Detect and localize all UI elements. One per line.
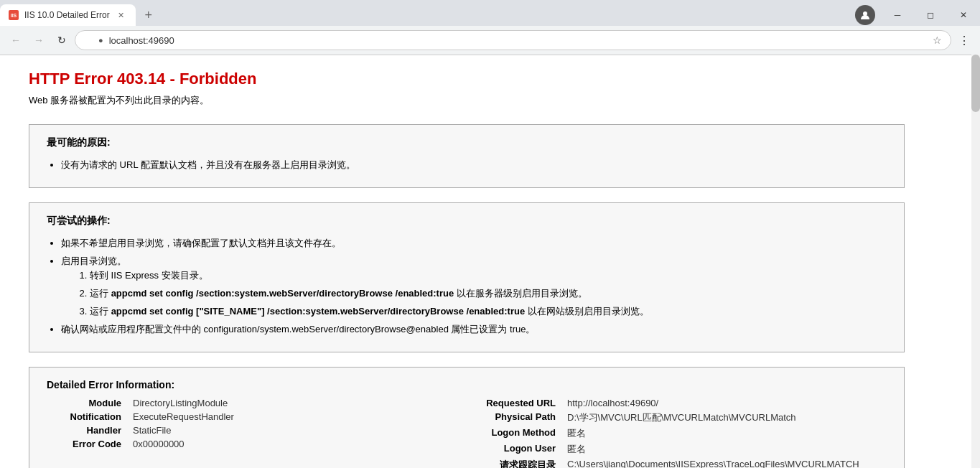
error-title: HTTP Error 403.14 - Forbidden: [29, 70, 905, 88]
toolbar: ← → ↻ ● localhost:49690 ☆ ⋮: [0, 26, 980, 55]
back-button[interactable]: ←: [6, 30, 26, 50]
section2-step-1: 转到 IIS Express 安装目录。: [90, 268, 887, 284]
handler-value: StaticFile: [133, 425, 171, 436]
details-right-col: Requested URL http://localhost:49690/ Ph…: [481, 398, 887, 468]
section-detailed-error: Detailed Error Information: Module Direc…: [29, 367, 905, 468]
scrollbar-thumb[interactable]: [971, 55, 980, 112]
tab-bar: IIS IIS 10.0 Detailed Error ✕ + ─ ◻ ✕: [0, 0, 980, 26]
handler-row: Handler StaticFile: [47, 425, 452, 436]
physical-path-label: Physical Path: [481, 411, 567, 424]
requested-url-label: Requested URL: [481, 398, 567, 408]
section2-last-bullet: 确认网站或应用程序配置文件中的 configuration/system.web…: [61, 322, 887, 337]
url-text: localhost:49690: [109, 35, 174, 46]
scrollbar[interactable]: [971, 55, 980, 468]
logon-method-row: Logon Method 匿名: [481, 427, 887, 440]
requested-url-row: Requested URL http://localhost:49690/: [481, 398, 887, 408]
logon-user-label: Logon User: [481, 443, 567, 456]
error-code-row: Error Code 0x00000000: [47, 439, 452, 449]
new-tab-button[interactable]: +: [139, 5, 159, 25]
trace-log-row: 请求跟踪目录 C:\Users\jiang\Documents\IISExpre…: [481, 459, 887, 468]
section-try-actions: 可尝试的操作: 如果不希望启用目录浏览，请确保配置了默认文档并且该文件存在。 启…: [29, 202, 905, 352]
active-tab[interactable]: IIS IIS 10.0 Detailed Error ✕: [0, 4, 136, 26]
bookmark-icon[interactable]: ☆: [933, 34, 942, 46]
section1-list: 没有为请求的 URL 配置默认文档，并且没有在服务器上启用目录浏览。: [61, 158, 887, 173]
module-label: Module: [47, 398, 133, 408]
browser-chrome: IIS IIS 10.0 Detailed Error ✕ + ─ ◻ ✕ ← …: [0, 0, 980, 55]
trace-log-label: 请求跟踪目录: [481, 459, 567, 468]
section1-item-1: 没有为请求的 URL 配置默认文档，并且没有在服务器上启用目录浏览。: [61, 158, 887, 173]
logon-user-row: Logon User 匿名: [481, 443, 887, 456]
error-code-label: Error Code: [47, 439, 133, 449]
profile-icon[interactable]: [855, 5, 875, 25]
section2-heading: 可尝试的操作:: [47, 215, 887, 228]
reload-button[interactable]: ↻: [52, 30, 72, 50]
error-code-value: 0x00000000: [133, 439, 185, 449]
logon-method-value: 匿名: [567, 427, 586, 440]
minimize-button[interactable]: ─: [881, 2, 914, 28]
requested-url-value: http://localhost:49690/: [567, 398, 658, 408]
section2-steps: 转到 IIS Express 安装目录。 运行 appcmd set confi…: [90, 268, 887, 319]
section-possible-causes: 最可能的原因: 没有为请求的 URL 配置默认文档，并且没有在服务器上启用目录浏…: [29, 124, 905, 188]
close-button[interactable]: ✕: [947, 2, 980, 28]
section2-step-2: 运行 appcmd set config /section:system.web…: [90, 286, 887, 301]
section2-bullet-1: 如果不希望启用目录浏览，请确保配置了默认文档并且该文件存在。: [61, 236, 887, 251]
address-bar[interactable]: ● localhost:49690 ☆: [75, 30, 951, 50]
logon-method-label: Logon Method: [481, 427, 567, 440]
page-content: HTTP Error 403.14 - Forbidden Web 服务器被配置…: [0, 55, 933, 468]
restore-button[interactable]: ◻: [914, 2, 947, 28]
more-options-button[interactable]: ⋮: [954, 30, 974, 50]
step3-bold: appcmd set config ["SITE_NAME"] /section…: [111, 306, 526, 317]
error-subtitle: Web 服务器被配置为不列出此目录的内容。: [29, 94, 905, 107]
notification-label: Notification: [47, 411, 133, 422]
physical-path-value: D:\学习\MVC\URL匹配\MVCURLMatch\MVCURLMatch: [567, 411, 796, 424]
physical-path-row: Physical Path D:\学习\MVC\URL匹配\MVCURLMatc…: [481, 411, 887, 424]
logon-user-value: 匿名: [567, 443, 586, 456]
handler-label: Handler: [47, 425, 133, 436]
tab-favicon: IIS: [9, 10, 19, 20]
details-left-col: Module DirectoryListingModule Notificati…: [47, 398, 452, 468]
module-value: DirectoryListingModule: [133, 398, 228, 408]
details-columns: Module DirectoryListingModule Notificati…: [47, 398, 887, 468]
section2-step-3: 运行 appcmd set config ["SITE_NAME"] /sect…: [90, 304, 887, 319]
tab-close-button[interactable]: ✕: [116, 9, 127, 21]
step2-bold: appcmd set config /section:system.webSer…: [111, 288, 454, 299]
module-row: Module DirectoryListingModule: [47, 398, 452, 408]
trace-log-value: C:\Users\jiang\Documents\IISExpress\Trac…: [567, 459, 859, 468]
section3-heading: Detailed Error Information:: [47, 379, 887, 390]
section2-bullet-2: 启用目录浏览。 转到 IIS Express 安装目录。 运行 appcmd s…: [61, 254, 887, 319]
notification-value: ExecuteRequestHandler: [133, 411, 234, 422]
forward-button[interactable]: →: [29, 30, 49, 50]
section1-heading: 最可能的原因:: [47, 136, 887, 149]
notification-row: Notification ExecuteRequestHandler: [47, 411, 452, 422]
lock-icon: ●: [98, 36, 103, 45]
section2-list: 如果不希望启用目录浏览，请确保配置了默认文档并且该文件存在。 启用目录浏览。 转…: [61, 236, 887, 337]
tab-label: IIS 10.0 Detailed Error: [24, 10, 110, 20]
